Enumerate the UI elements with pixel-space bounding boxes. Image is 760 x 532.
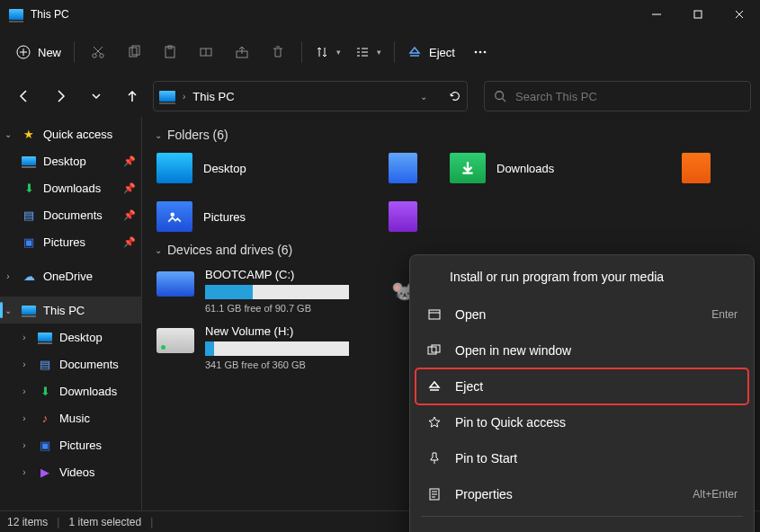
svg-point-3	[100, 54, 103, 58]
sidebar-onedrive[interactable]: › ☁ OneDrive	[0, 262, 141, 289]
sidebar-this-pc[interactable]: ⌄ This PC	[0, 297, 141, 324]
chevron-right-icon[interactable]: ›	[18, 440, 31, 450]
sidebar-item-documents[interactable]: ▤ Documents 📌	[0, 201, 141, 228]
videos-folder-icon	[389, 201, 417, 232]
svg-point-13	[496, 92, 504, 100]
pc-icon	[159, 91, 175, 102]
sidebar-item-label: Desktop	[59, 331, 103, 344]
sidebar-item-pictures[interactable]: › ▣ Pictures	[0, 431, 141, 458]
chevron-right-icon[interactable]: ›	[18, 413, 31, 423]
drive-name: BOOTCAMP (C:)	[205, 268, 365, 281]
minimize-button[interactable]	[636, 0, 677, 29]
maximize-button[interactable]	[677, 0, 719, 29]
pin-icon: 📌	[123, 236, 136, 248]
pin-icon: 📌	[123, 182, 136, 194]
star-icon	[426, 415, 443, 430]
chevron-down-icon[interactable]: ⌄	[2, 306, 14, 315]
eject-button[interactable]: Eject	[402, 36, 460, 68]
pictures-icon: ▣	[22, 235, 36, 249]
eject-icon	[426, 379, 443, 394]
search-input[interactable]	[515, 90, 741, 103]
sort-button[interactable]: ▾	[309, 36, 346, 68]
drive-item[interactable]: New Volume (H:) 341 GB free of 360 GB	[153, 321, 369, 374]
documents-icon: ▤	[22, 208, 36, 222]
sidebar-item-label: Pictures	[43, 235, 85, 249]
share-button[interactable]	[226, 36, 258, 68]
up-button[interactable]	[117, 81, 148, 111]
desktop-icon	[38, 332, 52, 341]
chevron-right-icon: ›	[183, 92, 185, 102]
view-button[interactable]: ▾	[350, 36, 387, 68]
address-bar[interactable]: › This PC ⌄	[153, 81, 468, 111]
address-text: This PC	[192, 90, 234, 103]
ctx-show-more[interactable]: Show more options Shift+F10	[416, 520, 748, 532]
ctx-label: Pin to Start	[455, 451, 517, 466]
folder-desktop[interactable]: Desktop	[153, 149, 360, 187]
chevron-right-icon[interactable]: ›	[18, 359, 31, 369]
folder-downloads[interactable]: Downloads	[446, 149, 653, 187]
sidebar: ⌄ ★ Quick access Desktop 📌 ⬇ Downloads 📌…	[0, 117, 142, 510]
sidebar-item-label: Desktop	[43, 155, 86, 168]
cut-button[interactable]	[82, 36, 114, 68]
sidebar-item-downloads[interactable]: › ⬇ Downloads	[0, 377, 141, 404]
sidebar-item-downloads[interactable]: ⬇ Downloads 📌	[0, 174, 141, 201]
ctx-pin-quick-access[interactable]: Pin to Quick access	[416, 404, 748, 440]
refresh-button[interactable]	[449, 90, 461, 102]
rename-button[interactable]	[190, 36, 222, 68]
sidebar-item-label: Downloads	[43, 182, 101, 195]
drive-usage-bar	[205, 341, 349, 356]
folder-music[interactable]	[678, 149, 714, 187]
sidebar-item-desktop[interactable]: Desktop 📌	[0, 147, 141, 174]
search-box[interactable]	[484, 81, 751, 111]
more-button[interactable]	[464, 36, 496, 68]
close-button[interactable]	[719, 0, 760, 29]
section-title: Devices and drives (6)	[167, 243, 292, 257]
chevron-right-icon[interactable]: ›	[18, 386, 31, 396]
cloud-icon: ☁	[22, 269, 36, 283]
downloads-icon: ⬇	[38, 384, 52, 398]
copy-button[interactable]	[118, 36, 150, 68]
context-menu: Install or run program from your media O…	[409, 254, 755, 532]
drive-usage-bar	[205, 285, 349, 299]
folder-pictures[interactable]: Pictures	[153, 198, 360, 235]
pin-icon	[426, 451, 443, 466]
app-icon	[9, 9, 23, 20]
sidebar-quick-access[interactable]: ⌄ ★ Quick access	[0, 120, 141, 147]
documents-icon: ▤	[38, 357, 52, 371]
chevron-down-icon[interactable]: ⌄	[420, 92, 427, 102]
folder-documents[interactable]	[385, 149, 421, 187]
ctx-open-new-window[interactable]: Open in new window	[416, 332, 748, 368]
folder-videos[interactable]	[385, 198, 421, 235]
delete-button[interactable]	[262, 36, 294, 68]
sidebar-item-videos[interactable]: › ▶ Videos	[0, 458, 141, 485]
chevron-down-icon[interactable]: ⌄	[2, 129, 14, 139]
ctx-pin-start[interactable]: Pin to Start	[416, 440, 748, 476]
music-icon: ♪	[38, 411, 52, 425]
ctx-eject[interactable]: Eject	[416, 368, 748, 404]
ctx-label: Properties	[455, 487, 513, 501]
chevron-right-icon[interactable]: ›	[2, 271, 14, 281]
drive-item[interactable]: BOOTCAMP (C:) 61.1 GB free of 90.7 GB	[153, 264, 369, 317]
new-button[interactable]: New	[11, 36, 67, 68]
paste-button[interactable]	[154, 36, 186, 68]
chevron-right-icon[interactable]: ›	[18, 467, 31, 477]
recent-button[interactable]	[81, 81, 112, 111]
ctx-open[interactable]: Open Enter	[416, 297, 748, 332]
sidebar-item-desktop[interactable]: › Desktop	[0, 324, 141, 350]
sidebar-item-documents[interactable]: › ▤ Documents	[0, 350, 141, 377]
sidebar-item-music[interactable]: › ♪ Music	[0, 404, 141, 431]
forward-button[interactable]	[45, 81, 76, 111]
svg-point-11	[479, 51, 482, 54]
title-bar: This PC	[0, 0, 760, 29]
svg-rect-0	[694, 11, 702, 18]
sidebar-item-pictures[interactable]: ▣ Pictures 📌	[0, 228, 141, 255]
ctx-properties[interactable]: Properties Alt+Enter	[416, 476, 748, 512]
folders-header[interactable]: ⌄ Folders (6)	[155, 128, 749, 142]
ctx-shortcut: Alt+Enter	[693, 488, 738, 501]
music-folder-icon	[682, 153, 711, 183]
sidebar-item-label: Downloads	[59, 385, 117, 398]
back-button[interactable]	[9, 81, 40, 111]
chevron-right-icon[interactable]: ›	[18, 332, 31, 342]
context-menu-header: Install or run program from your media	[416, 261, 748, 297]
ctx-label: Open in new window	[455, 343, 571, 358]
